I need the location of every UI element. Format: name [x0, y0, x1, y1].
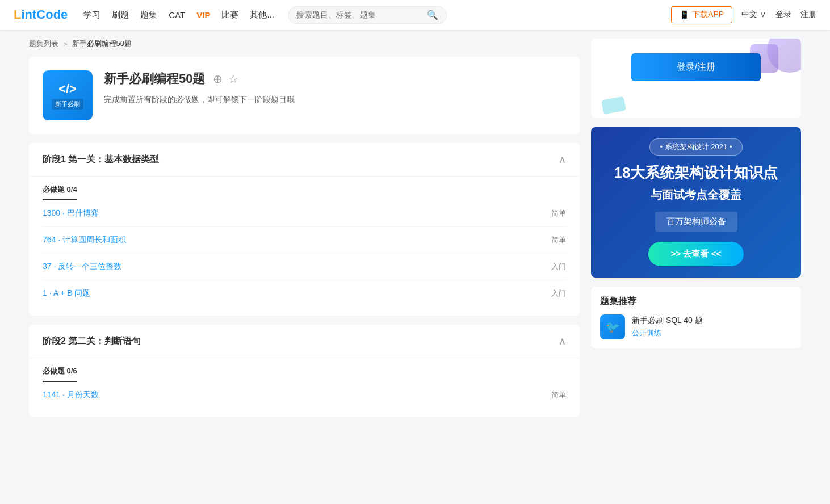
- difficulty-37: 入门: [551, 262, 566, 272]
- ad-banner: 系统架构设计 2021 18大系统架构设计知识点 与面试考点全覆盖 百万架构师必…: [591, 127, 801, 278]
- problem-row-764: 764 · 计算圆周长和面积 简单: [43, 227, 566, 254]
- breadcrumb-parent[interactable]: 题集列表: [29, 39, 58, 49]
- logo-text: LintCode: [14, 7, 68, 22]
- lang-button[interactable]: 中文 ∨: [741, 10, 766, 20]
- recommend-icon-0: 🐦: [600, 314, 625, 339]
- pset-title: 新手必刷编程50题: [104, 70, 205, 87]
- main-layout: 题集列表 > 新手必刷编程50题 </> 新手必刷 新手必刷编程50题 ⊕ ☆ …: [18, 30, 812, 435]
- stage-1-header[interactable]: 阶段1 第一关：基本数据类型 ∧: [29, 143, 580, 177]
- register-button[interactable]: 注册: [800, 10, 816, 20]
- ad-cta-button[interactable]: >> 去查看 <<: [648, 242, 744, 266]
- phone-icon: 📱: [680, 10, 689, 19]
- search-input[interactable]: [296, 10, 424, 19]
- share-button[interactable]: ⊕: [213, 72, 223, 86]
- recommend-icon-img-0: 🐦: [606, 320, 620, 334]
- problem-dot-1300: ·: [62, 208, 67, 217]
- problem-dot-764: ·: [58, 235, 62, 244]
- pset-icon-code: </>: [58, 82, 77, 96]
- pset-info: 新手必刷编程50题 ⊕ ☆ 完成前置所有阶段的必做题，即可解锁下一阶段题目哦: [104, 70, 566, 106]
- nav-vip[interactable]: VIP: [196, 10, 210, 20]
- stage-card-1: 阶段1 第一关：基本数据类型 ∧ 必做题 0/4 1300 · 巴什博弈 简单: [29, 143, 580, 316]
- pset-header-card: </> 新手必刷 新手必刷编程50题 ⊕ ☆ 完成前置所有阶段的必做题，即可解锁…: [29, 57, 580, 134]
- required-label-2: 必做题 0/6: [43, 358, 566, 382]
- main-nav: 学习 刷题 题集 CAT VIP 比赛 其他...: [83, 10, 274, 20]
- problem-dot-1: ·: [49, 288, 53, 297]
- problem-num-37: 37: [43, 262, 52, 271]
- ad-title: 18大系统架构设计知识点: [602, 163, 790, 183]
- problem-link-764[interactable]: 764 · 计算圆周长和面积: [43, 235, 126, 245]
- stage-1-body: 必做题 0/4 1300 · 巴什博弈 简单 764 · 计算圆周长和面积: [29, 177, 580, 316]
- pset-actions: ⊕ ☆: [213, 72, 238, 86]
- problem-name-37: 反转一个三位整数: [58, 262, 121, 271]
- sidebar-login-button[interactable]: 登录/注册: [631, 53, 761, 81]
- download-button[interactable]: 📱 下载APP: [671, 6, 732, 23]
- ad-desc: 百万架构师必备: [655, 212, 737, 232]
- problem-row-37: 37 · 反转一个三位整数 入门: [43, 254, 566, 280]
- problem-link-37[interactable]: 37 · 反转一个三位整数: [43, 262, 121, 272]
- recommend-info-0: 新手必刷 SQL 40 题 公开训练: [632, 316, 792, 338]
- nav-cat[interactable]: CAT: [169, 10, 185, 20]
- nav-problems[interactable]: 刷题: [112, 10, 129, 20]
- difficulty-764: 简单: [551, 235, 566, 245]
- problem-link-1300[interactable]: 1300 · 巴什博弈: [43, 208, 99, 219]
- logo[interactable]: LintCode: [14, 7, 68, 22]
- deco-rect: [601, 96, 626, 115]
- problem-name-1300: 巴什博弈: [67, 208, 99, 217]
- pset-icon-label: 新手必刷: [52, 99, 83, 110]
- breadcrumb-separator: >: [63, 40, 68, 48]
- recommend-name-0[interactable]: 新手必刷 SQL 40 题: [632, 316, 792, 326]
- problem-row-1141: 1141 · 月份天数 简单: [43, 382, 566, 408]
- sidebar-login-card: 登录/注册: [591, 39, 801, 118]
- ad-subtitle: 与面试考点全覆盖: [602, 187, 790, 203]
- content-area: 题集列表 > 新手必刷编程50题 </> 新手必刷 新手必刷编程50题 ⊕ ☆ …: [29, 39, 580, 426]
- problem-num-1: 1: [43, 288, 47, 297]
- recommend-title: 题集推荐: [600, 296, 792, 308]
- problem-dot-1141: ·: [62, 390, 67, 399]
- star-button[interactable]: ☆: [228, 72, 238, 86]
- recommend-section: 题集推荐 🐦 新手必刷 SQL 40 题 公开训练: [591, 287, 801, 348]
- problem-name-764: 计算圆周长和面积: [62, 235, 126, 244]
- problem-num-1300: 1300: [43, 208, 60, 217]
- header-right: 📱 下载APP 中文 ∨ 登录 注册: [671, 6, 816, 23]
- problem-row-1300: 1300 · 巴什博弈 简单: [43, 200, 566, 227]
- required-count-1: 必做题 0/4: [43, 177, 77, 200]
- stage-1-toggle-icon: ∧: [559, 153, 566, 166]
- problem-row-1: 1 · A + B 问题 入门: [43, 280, 566, 306]
- search-icon[interactable]: 🔍: [427, 10, 438, 20]
- difficulty-1141: 简单: [551, 390, 566, 400]
- stage-2-body: 必做题 0/6 1141 · 月份天数 简单: [29, 358, 580, 417]
- login-button[interactable]: 登录: [775, 10, 791, 20]
- search-box: 🔍: [288, 6, 447, 24]
- difficulty-1300: 简单: [551, 208, 566, 219]
- nav-more[interactable]: 其他...: [250, 10, 274, 20]
- problem-name-1: A + B 问题: [53, 288, 91, 297]
- problem-link-1[interactable]: 1 · A + B 问题: [43, 288, 90, 299]
- difficulty-1: 入门: [551, 288, 566, 299]
- nav-contest[interactable]: 比赛: [221, 10, 238, 20]
- pset-description: 完成前置所有阶段的必做题，即可解锁下一阶段题目哦: [104, 93, 566, 106]
- pset-title-row: 新手必刷编程50题 ⊕ ☆: [104, 70, 566, 87]
- problem-num-1141: 1141: [43, 390, 60, 399]
- problem-name-1141: 月份天数: [67, 390, 99, 399]
- problem-num-764: 764: [43, 235, 56, 244]
- nav-study[interactable]: 学习: [83, 10, 100, 20]
- problem-link-1141[interactable]: 1141 · 月份天数: [43, 390, 99, 400]
- stage-1-title: 阶段1 第一关：基本数据类型: [43, 154, 159, 166]
- pset-icon: </> 新手必刷: [43, 70, 93, 120]
- required-count-2: 必做题 0/6: [43, 358, 77, 382]
- header: LintCode 学习 刷题 题集 CAT VIP 比赛 其他... 🔍 📱 下…: [0, 0, 830, 30]
- breadcrumb: 题集列表 > 新手必刷编程50题: [29, 39, 580, 49]
- recommend-item-0: 🐦 新手必刷 SQL 40 题 公开训练: [600, 314, 792, 339]
- stage-card-2: 阶段2 第二关：判断语句 ∧ 必做题 0/6 1141 · 月份天数 简单: [29, 325, 580, 417]
- stage-2-title: 阶段2 第二关：判断语句: [43, 335, 141, 347]
- recommend-tag-0[interactable]: 公开训练: [632, 328, 792, 338]
- sidebar: 登录/注册 系统架构设计 2021 18大系统架构设计知识点 与面试考点全覆盖 …: [591, 39, 801, 426]
- nav-collections[interactable]: 题集: [140, 10, 157, 20]
- breadcrumb-current: 新手必刷编程50题: [72, 39, 132, 49]
- stage-2-header[interactable]: 阶段2 第二关：判断语句 ∧: [29, 325, 580, 358]
- ad-badge: 系统架构设计 2021: [649, 138, 743, 156]
- stage-2-toggle-icon: ∧: [559, 335, 566, 347]
- required-label-1: 必做题 0/4: [43, 177, 566, 200]
